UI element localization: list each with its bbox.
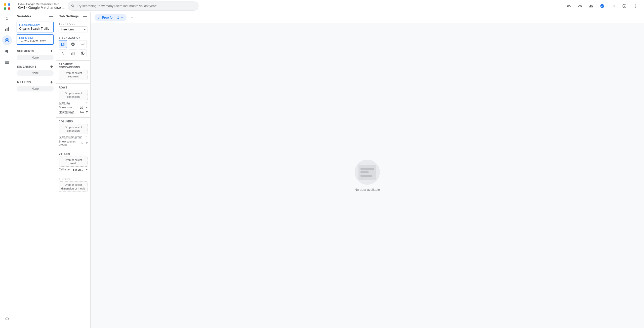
svg-rect-4 bbox=[5, 29, 6, 31]
start-row-row: Start row 1 bbox=[59, 101, 88, 105]
tab-free-form-1[interactable]: ✓ Free form 1 bbox=[95, 14, 127, 21]
start-column-group-value: 1 bbox=[86, 135, 88, 138]
viz-donut-btn[interactable] bbox=[69, 40, 77, 48]
tab-add-btn[interactable]: + bbox=[129, 14, 136, 21]
svg-point-2 bbox=[4, 7, 6, 10]
nav-home-btn[interactable]: ⌂ bbox=[2, 13, 12, 23]
filters-section: FILTERS Drop or select dimension or metr… bbox=[56, 176, 90, 194]
svg-rect-14 bbox=[72, 52, 73, 55]
tab-check-icon: ✓ bbox=[98, 16, 101, 20]
segment-comparisons-label: SEGMENT COMPARISONS bbox=[59, 63, 88, 69]
technique-section: TECHNIQUE Free form bbox=[56, 21, 90, 34]
segments-add-btn[interactable]: + bbox=[50, 49, 53, 53]
data-area: No data available bbox=[91, 23, 644, 328]
viz-icons-group bbox=[59, 40, 88, 57]
variables-minimize-btn[interactable]: — bbox=[49, 14, 53, 19]
exploration-name-value: Organic Search Traffic bbox=[19, 27, 51, 30]
segment-comparisons-section: SEGMENT COMPARISONS Drop or select segme… bbox=[56, 62, 90, 82]
rows-label: ROWS bbox=[59, 86, 88, 89]
cell-type-label: Cell type bbox=[59, 168, 70, 171]
nav-settings-btn[interactable]: ⚙ bbox=[2, 314, 12, 324]
share-btn[interactable] bbox=[587, 2, 596, 11]
svg-rect-15 bbox=[74, 52, 74, 55]
start-column-group-label: Start column group bbox=[59, 135, 82, 139]
search-icon bbox=[71, 4, 75, 8]
svg-rect-13 bbox=[71, 53, 72, 55]
redo-btn[interactable] bbox=[576, 2, 585, 11]
variables-panel-header: Variables — bbox=[14, 12, 56, 21]
top-bar-actions bbox=[565, 2, 640, 11]
technique-select[interactable]: Free form bbox=[59, 26, 88, 32]
viz-scatter-btn[interactable] bbox=[59, 49, 67, 57]
viz-line-btn[interactable] bbox=[79, 40, 87, 48]
no-data-line-3 bbox=[360, 175, 372, 177]
divider-2 bbox=[56, 83, 90, 84]
nested-rows-label: Nested rows bbox=[59, 110, 74, 114]
viz-geo-btn[interactable] bbox=[79, 49, 87, 57]
nav-configure-btn[interactable] bbox=[2, 57, 12, 67]
no-data-line-1 bbox=[360, 168, 374, 170]
no-data-line-2 bbox=[360, 171, 369, 173]
show-rows-label: Show rows bbox=[59, 106, 72, 109]
segments-value: None bbox=[17, 55, 54, 60]
nested-rows-select[interactable]: No Yes bbox=[80, 111, 88, 114]
segment-drop-zone[interactable]: Drop or select segment bbox=[59, 70, 88, 80]
tab-label: Free form 1 bbox=[102, 16, 119, 19]
dimensions-add-btn[interactable]: + bbox=[50, 64, 53, 69]
divider-1 bbox=[56, 60, 90, 61]
search-input[interactable] bbox=[77, 4, 195, 8]
main-layout: Variables — Exploration Name: Organic Se… bbox=[14, 12, 644, 328]
show-rows-row: Show rows 10 25 50 100 250 500 bbox=[59, 106, 88, 109]
tab-settings-minimize-btn[interactable]: — bbox=[83, 14, 88, 19]
values-label: VALUES bbox=[59, 153, 88, 156]
help-btn[interactable] bbox=[620, 2, 629, 11]
show-rows-select[interactable]: 10 25 50 100 250 500 bbox=[80, 106, 88, 109]
columns-label: COLUMNS bbox=[59, 120, 88, 123]
exploration-name-box[interactable]: Exploration Name: Organic Search Traffic bbox=[17, 22, 54, 32]
metrics-section-header: METRICS + bbox=[14, 78, 56, 85]
app-logo bbox=[3, 2, 12, 11]
left-nav: ⌂ ⚙ bbox=[0, 0, 14, 328]
nested-rows-row: Nested rows No Yes bbox=[59, 110, 88, 114]
undo-btn[interactable] bbox=[565, 2, 574, 11]
values-drop-zone[interactable]: Drop or select metric bbox=[59, 157, 88, 167]
show-column-groups-select[interactable]: 5 10 20 bbox=[82, 142, 88, 145]
metrics-add-btn[interactable]: + bbox=[50, 80, 53, 84]
cell-type-select[interactable]: Bar ch... Plain text Heat map bbox=[73, 168, 88, 171]
date-value: Jan 23 - Feb 21, 2023 bbox=[19, 40, 51, 43]
top-bar-title: GA4 - Google Merchandise Store GA4 - Goo… bbox=[18, 3, 65, 10]
dimensions-section-header: DIMENSIONS + bbox=[14, 62, 56, 70]
tab-bar: ✓ Free form 1 + bbox=[91, 12, 644, 23]
more-btn[interactable] bbox=[631, 2, 640, 11]
technique-label: TECHNIQUE bbox=[59, 23, 88, 25]
svg-rect-6 bbox=[8, 27, 9, 31]
svg-point-0 bbox=[4, 3, 6, 6]
svg-point-3 bbox=[8, 7, 10, 10]
viz-bar-btn[interactable] bbox=[69, 49, 77, 57]
filters-label: FILTERS bbox=[59, 178, 88, 180]
svg-point-8 bbox=[6, 39, 8, 41]
search-bar[interactable] bbox=[68, 2, 198, 11]
rows-drop-zone[interactable]: Drop or select dimension bbox=[59, 90, 88, 100]
nav-explore-btn[interactable] bbox=[2, 35, 12, 45]
svg-point-10 bbox=[62, 52, 63, 53]
nav-advertising-btn[interactable] bbox=[2, 46, 12, 56]
divider-5 bbox=[56, 175, 90, 175]
divider-4 bbox=[56, 150, 90, 150]
variables-title: Variables bbox=[17, 15, 31, 18]
segments-section-header: SEGMENTS + bbox=[14, 47, 56, 54]
date-range-box[interactable]: Last 30 days Jan 23 - Feb 21, 2023 bbox=[17, 34, 54, 45]
filters-drop-zone[interactable]: Drop or select dimension or metric bbox=[59, 181, 88, 192]
columns-drop-zone[interactable]: Drop or select dimension bbox=[59, 124, 88, 134]
nav-reports-btn[interactable] bbox=[2, 24, 12, 34]
viz-table-btn[interactable] bbox=[59, 40, 67, 48]
start-row-label: Start row bbox=[59, 101, 70, 105]
start-column-group-row: Start column group 1 bbox=[59, 135, 88, 139]
visualization-label: VISUALIZATION bbox=[59, 36, 88, 39]
start-row-value: 1 bbox=[86, 102, 88, 105]
rows-section: ROWS Drop or select dimension Start row … bbox=[56, 85, 90, 117]
no-data-text: No data available bbox=[355, 188, 380, 192]
apps-btn[interactable] bbox=[609, 2, 618, 11]
date-label: Last 30 days bbox=[19, 36, 51, 39]
save-btn[interactable] bbox=[598, 2, 607, 11]
